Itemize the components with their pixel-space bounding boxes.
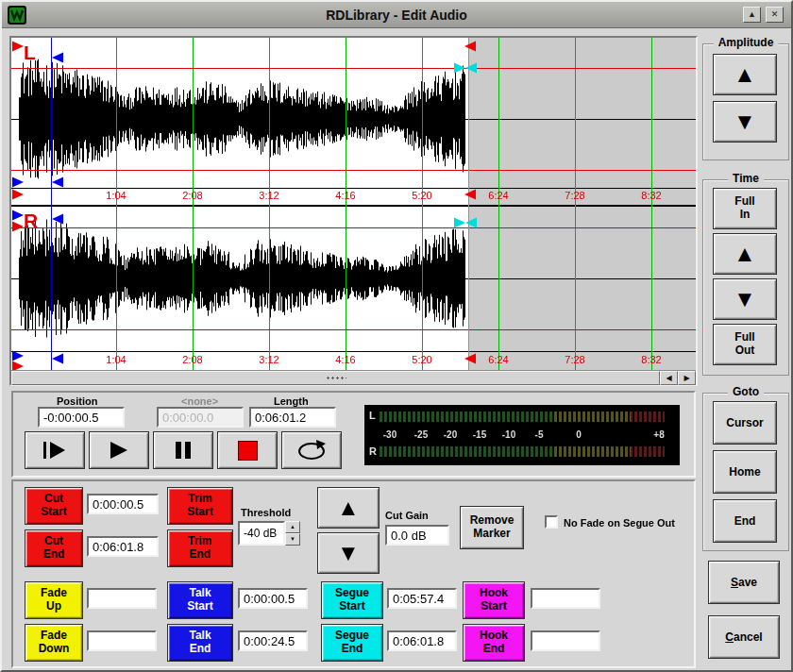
meter-scale-label: -5 [535,429,544,440]
goto-cursor-button[interactable]: Cursor [713,401,777,445]
left-channel-label: L [24,42,36,64]
hook-end-field[interactable] [531,630,600,651]
transport-panel: Position <none> Length [11,391,696,478]
amplitude-up-button[interactable]: ▲ [713,54,777,95]
cut-end-button[interactable]: Cut End [25,529,83,567]
threshold-spinbox: ▲ ▼ [238,521,300,546]
waveform-panel: L R 1:04 2:08 3:12 4:16 5:20 6:24 7:28 8… [9,36,698,386]
goto-end-button[interactable]: End [713,499,777,543]
fade-down-button[interactable]: Fade Down [25,624,83,662]
threshold-label: Threshold [241,507,291,518]
time-label: 8:32 [633,190,670,201]
stop-icon [238,441,258,461]
threshold-input[interactable] [238,521,285,546]
cut-gain-field[interactable] [385,525,449,546]
talk-start-button[interactable]: Talk Start [167,581,233,619]
position-field[interactable] [38,407,125,428]
time-label: 8:32 [633,354,670,365]
no-fade-checkbox[interactable] [545,515,558,529]
gain-down-button[interactable]: ▼ [317,532,380,574]
length-field[interactable] [249,407,336,428]
waveform-canvas[interactable] [11,38,696,370]
talk-start-field[interactable] [238,588,308,609]
up-arrow-icon: ▲ [734,243,756,265]
full-out-button[interactable]: Full Out [713,324,777,365]
time-label: 7:28 [556,354,594,365]
close-button[interactable]: ✕ [766,7,784,23]
scrollbar-left-button[interactable]: ◀ [660,371,678,385]
goto-group-title: Goto [728,385,764,398]
no-fade-label: No Fade on Segue Out [564,517,675,529]
time-label: 1:04 [97,190,135,201]
hook-start-button[interactable]: Hook Start [463,581,525,619]
save-button-label: Save [731,576,757,589]
shade-button[interactable]: ▲ [743,7,761,23]
time-label: 3:12 [250,354,288,365]
amplitude-group-title: Amplitude [714,36,779,49]
time-zoom-out-button[interactable]: ▼ [713,278,777,320]
waveform-scrollbar[interactable]: ◀ ▶ [11,370,696,384]
gain-up-button[interactable]: ▲ [317,487,380,529]
scrollbar-grip-icon [326,376,346,381]
down-arrow-icon: ▼ [734,288,756,311]
segue-end-button[interactable]: Segue End [321,624,383,662]
full-in-button[interactable]: Full In [713,188,777,229]
meter-scale-label: -20 [444,429,457,440]
segue-end-field[interactable] [387,630,457,651]
hook-end-button[interactable]: Hook End [463,624,525,662]
scrollbar-thumb[interactable] [11,371,660,385]
threshold-spin-down-button[interactable]: ▼ [285,533,300,546]
time-label: 6:24 [480,190,517,201]
play-icon [109,441,129,460]
segue-start-field[interactable] [387,588,457,609]
cancel-button[interactable]: Cancel [708,615,780,659]
remove-marker-button[interactable]: Remove Marker [460,506,524,549]
cancel-button-label: Cancel [725,630,762,644]
amplitude-group: Amplitude ▲ ▼ [702,43,789,160]
stop-button[interactable] [217,431,278,469]
talk-end-field[interactable] [238,630,308,651]
loop-button[interactable] [281,431,342,469]
time-label: 5:20 [403,190,441,201]
fade-down-field[interactable] [87,630,157,651]
time-zoom-in-button[interactable]: ▲ [713,233,777,275]
meter-scale-label: +8 [653,429,664,440]
meter-scale-label: -25 [414,429,428,440]
length-label: Length [274,395,309,407]
fade-up-button[interactable]: Fade Up [25,581,83,619]
pause-button[interactable] [153,431,213,469]
marker-edit-panel: Cut Start Cut End Trim Start Trim End Th… [11,479,696,668]
play-from-start-button[interactable] [25,431,85,469]
time-label: 2:08 [174,354,211,365]
time-label: 2:08 [174,190,211,201]
trim-end-button[interactable]: Trim End [167,529,233,567]
time-label: 1:04 [97,354,135,365]
goto-home-button[interactable]: Home [713,450,777,494]
audio-meter: L R -30 -25 -20 -15 -10 -5 0 +8 [364,405,680,465]
edit-audio-window: RDLibrary - Edit Audio ▲ ✕ L R 1:04 2:08… [0,0,793,672]
window-title: RDLibrary - Edit Audio [2,2,791,28]
threshold-spin-buttons: ▲ ▼ [285,521,300,546]
segue-start-button[interactable]: Segue Start [321,581,383,619]
trim-start-button[interactable]: Trim Start [167,487,233,525]
cut-end-field[interactable] [87,536,159,557]
amplitude-down-button[interactable]: ▼ [713,101,777,143]
cut-start-button[interactable]: Cut Start [25,487,83,525]
threshold-spin-up-button[interactable]: ▲ [285,521,300,533]
right-channel-label: R [24,210,38,232]
time-label: 6:24 [480,354,517,365]
save-button[interactable]: Save [708,561,780,604]
talk-end-button[interactable]: Talk End [167,624,233,662]
time-label: 4:16 [327,190,364,201]
meter-scale-label: -30 [383,429,396,440]
down-arrow-icon: ▼ [337,542,360,564]
time-label: 5:20 [403,354,441,365]
play-button[interactable] [89,431,149,469]
hook-start-field[interactable] [531,588,600,609]
meter-scale-label: 0 [576,429,582,440]
cut-start-field[interactable] [87,494,159,514]
fade-up-field[interactable] [87,588,157,609]
titlebar: RDLibrary - Edit Audio ▲ ✕ [2,2,791,28]
time-group: Time Full In ▲ ▼ Full Out [702,179,789,376]
scrollbar-right-button[interactable]: ▶ [678,371,696,385]
